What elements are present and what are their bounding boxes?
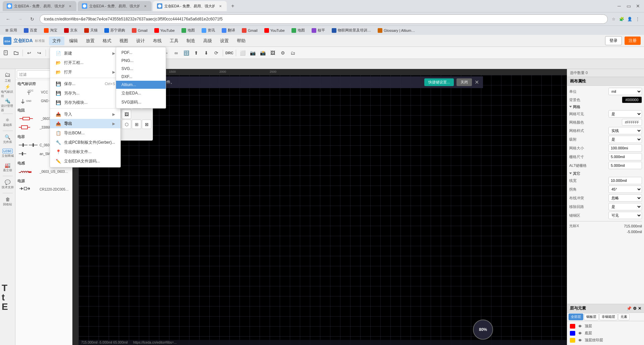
export-svg[interactable]: SVG...	[116, 65, 166, 73]
export-svg-source[interactable]: SVG源码...	[116, 98, 166, 107]
export-png[interactable]: PNG...	[116, 57, 166, 65]
export-altium[interactable]: Altium...	[116, 81, 166, 89]
import-icon: 📥	[55, 111, 61, 117]
save-icon: 💾	[55, 81, 61, 87]
menu-export-bom[interactable]: 📋 导出BOM...	[50, 128, 120, 138]
open-project-icon: 📂	[55, 60, 61, 66]
save-module-icon: 💾	[55, 99, 61, 106]
save-as-icon: 💾	[55, 90, 61, 96]
export-icon: 📤	[55, 121, 61, 127]
coord-icon: 📍	[55, 149, 61, 155]
menu-open-project[interactable]: 📂 打开工程...	[50, 58, 120, 67]
source-icon: ✏️	[55, 158, 61, 164]
menu-source[interactable]: ✏️ 立创EDA文件源码...	[50, 156, 120, 166]
menu-export[interactable]: 📤 导出 ▶	[50, 119, 120, 128]
menu-new[interactable]: 📄 新建 ▶	[50, 49, 120, 58]
open-icon: 📂	[55, 69, 61, 75]
menu-sep-2	[50, 108, 120, 109]
new-icon: 📄	[55, 50, 61, 56]
bom-icon: 📋	[55, 130, 61, 136]
export-dxf[interactable]: DXF...	[116, 73, 166, 81]
export-lceda[interactable]: 立创EDA...	[116, 89, 166, 98]
menu-save-module[interactable]: 💾 另存为模块...	[50, 98, 120, 107]
export-submenu: PDF... PNG... SVG... DXF... Altium... 立创…	[116, 47, 166, 109]
gerber-icon: 🔧	[55, 139, 61, 145]
menu-sep-1	[50, 78, 120, 78]
menu-save[interactable]: 💾 保存... Ctrl+S	[50, 79, 120, 88]
menu-export-coord[interactable]: 📍 导出坐标文件...	[50, 147, 120, 156]
menu-open[interactable]: 📂 打开 ▶	[50, 67, 120, 77]
menu-gerber[interactable]: 🔧 生成PCB制板文件(Gerber)...	[50, 138, 120, 147]
menu-save-as[interactable]: 💾 另存为...	[50, 88, 120, 98]
file-menu: 📄 新建 ▶ 📂 打开工程... 📂 打开 ▶ 💾 保存... Ctrl+S 💾…	[50, 47, 121, 167]
menu-import[interactable]: 📥 导入 ▶	[50, 110, 120, 119]
export-pdf[interactable]: PDF...	[116, 49, 166, 57]
